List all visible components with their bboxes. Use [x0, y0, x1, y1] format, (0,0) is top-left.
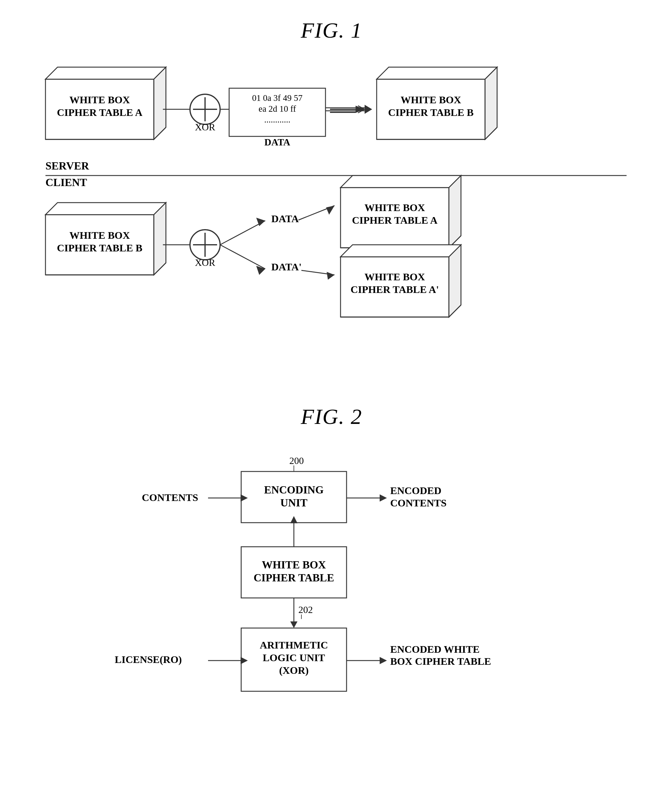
svg-text:WHITE BOX: WHITE BOX [69, 230, 130, 241]
svg-text:WHITE BOX: WHITE BOX [364, 202, 425, 213]
svg-text:LOGIC UNIT: LOGIC UNIT [263, 652, 325, 663]
svg-text:DATA: DATA [271, 213, 299, 224]
svg-text:CIPHER TABLE: CIPHER TABLE [254, 572, 334, 584]
svg-text:ENCODED: ENCODED [390, 485, 441, 496]
svg-marker-54 [326, 205, 335, 215]
fig1-diagram: WHITE BOX CIPHER TABLE A XOR 01 0a 3f 49… [36, 61, 627, 386]
svg-text:WHITE BOX: WHITE BOX [364, 271, 425, 282]
svg-text:WHITE BOX: WHITE BOX [262, 559, 326, 571]
fig1-title: FIG. 1 [36, 18, 627, 43]
svg-marker-1 [45, 67, 166, 79]
svg-text:01 0a 3f 49 57: 01 0a 3f 49 57 [252, 93, 302, 103]
svg-marker-51 [256, 266, 265, 275]
svg-text:CONTENTS: CONTENTS [142, 492, 198, 503]
page: FIG. 1 WHITE BOX CIPHER TABLE A XOR 01 0… [0, 0, 663, 812]
svg-text:200: 200 [289, 455, 304, 466]
svg-text:LICENSE(RO): LICENSE(RO) [115, 654, 182, 665]
svg-text:WHITE BOX: WHITE BOX [69, 94, 130, 105]
svg-marker-66 [341, 245, 461, 257]
svg-marker-59 [341, 176, 461, 188]
svg-line-48 [220, 221, 265, 245]
svg-text:XOR: XOR [195, 121, 215, 133]
svg-line-50 [220, 245, 265, 269]
fig2-title: FIG. 2 [36, 404, 627, 429]
svg-marker-81 [380, 494, 387, 501]
fig2-diagram: 200 ENCODING UNIT CONTENTS ENCODED CONTE… [60, 447, 603, 742]
svg-text:ea 2d 10 ff: ea 2d 10 ff [259, 104, 296, 113]
svg-text:CIPHER TABLE A: CIPHER TABLE A [57, 107, 142, 118]
svg-text:(XOR): (XOR) [279, 665, 309, 676]
svg-text:CIPHER TABLE B: CIPHER TABLE B [57, 243, 142, 254]
svg-marker-37 [45, 203, 166, 215]
svg-text:ARITHMETIC: ARITHMETIC [260, 639, 328, 650]
svg-text:ENCODED WHITE: ENCODED WHITE [390, 644, 480, 655]
svg-text:XOR: XOR [195, 257, 215, 268]
svg-text:CIPHER TABLE B: CIPHER TABLE B [388, 107, 474, 118]
svg-text:ENCODING: ENCODING [264, 484, 324, 496]
svg-text:202: 202 [298, 604, 313, 615]
svg-marker-101 [380, 657, 387, 664]
svg-text:CLIENT: CLIENT [45, 176, 87, 188]
svg-text:............: ............ [264, 115, 291, 125]
svg-marker-23 [365, 105, 372, 114]
svg-text:CIPHER TABLE A': CIPHER TABLE A' [351, 284, 439, 295]
svg-marker-25 [377, 67, 497, 79]
svg-marker-57 [327, 272, 335, 280]
svg-text:CIPHER TABLE A: CIPHER TABLE A [352, 215, 438, 226]
svg-text:DATA: DATA [264, 137, 290, 147]
svg-text:UNIT: UNIT [280, 497, 307, 509]
svg-text:SERVER: SERVER [45, 160, 89, 172]
svg-text:DATA': DATA' [271, 261, 302, 272]
svg-text:BOX CIPHER TABLE: BOX CIPHER TABLE [390, 656, 491, 667]
svg-text:WHITE BOX: WHITE BOX [401, 94, 461, 105]
svg-marker-92 [290, 621, 298, 628]
svg-text:CONTENTS: CONTENTS [390, 497, 446, 508]
